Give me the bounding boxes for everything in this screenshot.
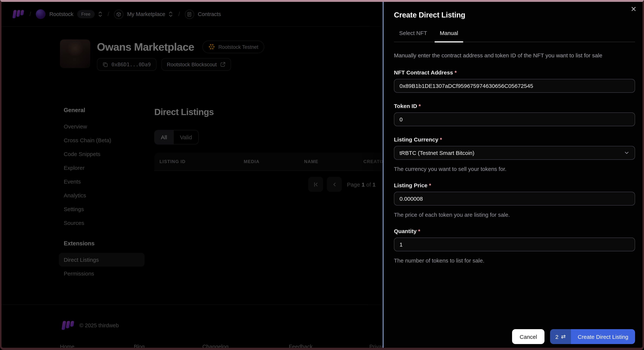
- breadcrumb-separator: /: [178, 11, 180, 17]
- contract-sidebar: General Overview Cross Chain (Beta) Code…: [59, 107, 144, 305]
- sidebar-item-overview[interactable]: Overview: [59, 119, 144, 133]
- sidebar-item-analytics[interactable]: Analytics: [59, 188, 144, 202]
- external-link-icon: [220, 62, 225, 67]
- field-listing-currency: Listing Currency* tRBTC (Testnet Smart B…: [394, 136, 635, 172]
- thirdweb-footer-logo-icon: [60, 321, 75, 330]
- marketplace-avatar-image: [60, 39, 90, 68]
- column-media: MEDIA: [244, 159, 304, 164]
- token-id-input[interactable]: [394, 113, 635, 126]
- sidebar-item-events[interactable]: Events: [59, 175, 144, 188]
- footer-link-home[interactable]: Home: [60, 344, 134, 350]
- field-label: Listing Price*: [394, 182, 635, 189]
- sidebar-group-general: General: [59, 107, 144, 114]
- drawer-title: Create Direct Listing: [394, 11, 635, 19]
- org-name: Rootstock: [50, 11, 74, 17]
- plan-badge: Free: [77, 10, 94, 18]
- create-direct-listing-drawer: ✕ Create Direct Listing Select NFT Manua…: [383, 2, 642, 348]
- listing-price-input[interactable]: [394, 192, 635, 206]
- chevron-left-icon: [332, 182, 337, 187]
- filter-all[interactable]: All: [155, 130, 173, 144]
- drawer-actions: Cancel 2 ⇄ Create Direct Listing: [512, 329, 635, 344]
- swap-arrows-icon: ⇄: [561, 333, 566, 340]
- breadcrumb-org[interactable]: Rootstock Free: [36, 9, 103, 19]
- sidebar-item-direct-listings[interactable]: Direct Listings: [59, 253, 144, 267]
- transaction-count: 2: [555, 334, 558, 340]
- org-avatar: [36, 9, 46, 19]
- sidebar-spacer: [59, 230, 144, 240]
- contract-address-short: 0xB6D1...0Da9: [112, 61, 151, 67]
- column-listing-id: LISTING ID: [160, 159, 244, 164]
- cancel-button[interactable]: Cancel: [512, 329, 544, 344]
- sidebar-item-settings[interactable]: Settings: [59, 202, 144, 216]
- breadcrumb-contracts[interactable]: Contracts: [185, 9, 221, 19]
- field-nft-contract-address: NFT Contract Address*: [394, 69, 635, 93]
- required-asterisk: *: [418, 228, 420, 234]
- tab-select-nft[interactable]: Select NFT: [398, 25, 428, 42]
- selected-currency: tRBTC (Testnet Smart Bitcoin): [400, 150, 474, 156]
- drawer-tabs: Select NFT Manual: [394, 25, 635, 42]
- sidebar-item-code-snippets[interactable]: Code Snippets: [59, 147, 144, 161]
- required-asterisk: *: [454, 69, 457, 76]
- sidebar-group-extensions: Extensions: [59, 240, 144, 247]
- explorer-link-button[interactable]: Rootstock Blockscout: [161, 58, 231, 71]
- quantity-input[interactable]: [394, 238, 635, 252]
- required-asterisk: *: [429, 182, 431, 189]
- listings-filter-toggle: All Valid: [154, 130, 199, 144]
- column-name: NAME: [304, 159, 363, 164]
- sidebar-item-permissions[interactable]: Permissions: [59, 267, 144, 280]
- footer-link-blog[interactable]: Blog: [134, 344, 202, 350]
- breadcrumb-separator: /: [30, 11, 31, 17]
- explorer-link-label: Rootstock Blockscout: [167, 61, 217, 67]
- project-name: My Marketplace: [127, 11, 165, 17]
- create-direct-listing-button[interactable]: Create Direct Listing: [571, 329, 635, 344]
- field-helper-text: The currency you want to sell your token…: [394, 166, 635, 172]
- section-name: Contracts: [198, 11, 221, 17]
- field-label: Listing Currency*: [394, 136, 635, 143]
- submit-button-group: 2 ⇄ Create Direct Listing: [550, 329, 635, 344]
- chevron-updown-icon[interactable]: [98, 11, 103, 17]
- first-page-icon: [313, 182, 318, 187]
- field-label: Token ID*: [394, 103, 635, 109]
- thirdweb-logo-icon[interactable]: [11, 10, 24, 19]
- field-helper-text: The price of each token you are listing …: [394, 212, 635, 218]
- drawer-description: Manually enter the contract address and …: [394, 52, 635, 59]
- copyright-text: © 2025 thirdweb: [80, 323, 119, 329]
- network-badge-label: Rootstock Testnet: [218, 44, 258, 50]
- sidebar-item-explorer[interactable]: Explorer: [59, 161, 144, 175]
- sidebar-item-sources[interactable]: Sources: [59, 216, 144, 230]
- field-quantity: Quantity* The number of tokens to list f…: [394, 228, 635, 264]
- breadcrumb-project[interactable]: My Marketplace: [114, 9, 174, 19]
- filter-valid[interactable]: Valid: [173, 130, 198, 144]
- listing-currency-select[interactable]: tRBTC (Testnet Smart Bitcoin): [394, 146, 635, 160]
- field-listing-price: Listing Price* The price of each token y…: [394, 182, 635, 218]
- required-asterisk: *: [418, 103, 421, 109]
- page-title: Owans Marketplace: [97, 41, 194, 53]
- nft-contract-address-input[interactable]: [394, 79, 635, 93]
- chevron-updown-icon[interactable]: [168, 11, 174, 17]
- field-label: Quantity*: [394, 228, 635, 234]
- field-token-id: Token ID*: [394, 103, 635, 126]
- copy-address-button[interactable]: 0xB6D1...0Da9: [97, 58, 156, 71]
- required-asterisk: *: [440, 136, 442, 143]
- transaction-count-button[interactable]: 2 ⇄: [550, 329, 571, 344]
- page-indicator: Page 1 of 1: [346, 181, 377, 187]
- footer-link-feedback[interactable]: Feedback: [289, 344, 369, 350]
- previous-page-button[interactable]: [327, 177, 342, 192]
- copy-icon: [102, 62, 108, 67]
- cube-icon: [114, 9, 123, 19]
- network-badge[interactable]: Rootstock Testnet: [202, 40, 264, 53]
- close-icon[interactable]: ✕: [630, 5, 636, 13]
- first-page-button[interactable]: [308, 177, 323, 192]
- breadcrumb-separator: /: [108, 11, 109, 17]
- scale-wrapper: / Rootstock Free / My: [0, 0, 644, 350]
- tab-manual[interactable]: Manual: [439, 25, 459, 42]
- browser-window: / Rootstock Free / My: [0, 0, 644, 350]
- chevron-down-icon: [624, 150, 630, 156]
- footer-link-changelog[interactable]: Changelog: [202, 344, 289, 350]
- field-helper-text: The number of tokens to list for sale.: [394, 258, 635, 264]
- contract-document-icon: [185, 9, 194, 19]
- sidebar-item-cross-chain[interactable]: Cross Chain (Beta): [59, 133, 144, 147]
- rootstock-dots-icon: [208, 43, 215, 50]
- field-label: NFT Contract Address*: [394, 69, 635, 76]
